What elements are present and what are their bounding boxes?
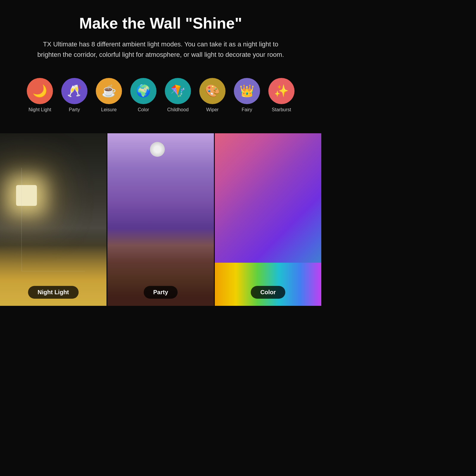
mode-label-leisure: Leisure (101, 107, 117, 112)
mode-icon-night-light: 🌙 (27, 78, 53, 104)
mode-label-childhood: Childhood (167, 107, 189, 112)
photo-panel-color: Color (214, 133, 321, 306)
photo-panel-night-light: Night Light (0, 133, 107, 306)
mode-icon-color: 🌍 (130, 78, 156, 104)
mode-icon-childhood: 🪁 (165, 78, 191, 104)
party-scene (107, 133, 214, 306)
mode-label-wiper: Wiper (206, 107, 219, 112)
mode-item-wiper[interactable]: 🎨Wiper (199, 78, 226, 112)
mode-item-starburst[interactable]: ✨Starburst (268, 78, 295, 112)
modes-row: 🌙Night Light🥂Party☕Leisure🌍Color🪁Childho… (18, 72, 303, 124)
photo-panel-party: Party (107, 133, 214, 306)
color-label: Color (251, 286, 285, 299)
mode-item-color[interactable]: 🌍Color (130, 78, 156, 112)
night-light-scene (0, 133, 107, 306)
mode-icon-starburst: ✨ (268, 78, 295, 104)
mode-icon-party: 🥂 (61, 78, 87, 104)
mode-label-party: Party (69, 107, 80, 112)
party-label: Party (144, 286, 178, 299)
color-scene (215, 133, 321, 306)
mode-item-fairy[interactable]: 👑Fairy (234, 78, 260, 112)
mode-item-childhood[interactable]: 🪁Childhood (165, 78, 191, 112)
mode-label-fairy: Fairy (242, 107, 252, 112)
mode-icon-wiper: 🎨 (199, 78, 226, 104)
corridor-depth (21, 168, 85, 271)
photos-section: Night Light Party Color (0, 133, 321, 306)
mode-label-night-light: Night Light (29, 107, 51, 112)
mode-item-party[interactable]: 🥂Party (61, 78, 87, 112)
mode-icon-fairy: 👑 (234, 78, 260, 104)
night-light-label: Night Light (28, 286, 79, 299)
mode-item-night-light[interactable]: 🌙Night Light (27, 78, 53, 112)
top-section: Make the Wall "Shine" TX Ultimate has 8 … (0, 0, 321, 133)
subtitle: TX Ultimate has 8 different ambient ligh… (33, 39, 289, 60)
main-title: Make the Wall "Shine" (18, 15, 303, 32)
mode-item-leisure[interactable]: ☕Leisure (96, 78, 122, 112)
mode-label-color: Color (138, 107, 149, 112)
mode-label-starburst: Starburst (272, 107, 291, 112)
mode-icon-leisure: ☕ (96, 78, 122, 104)
